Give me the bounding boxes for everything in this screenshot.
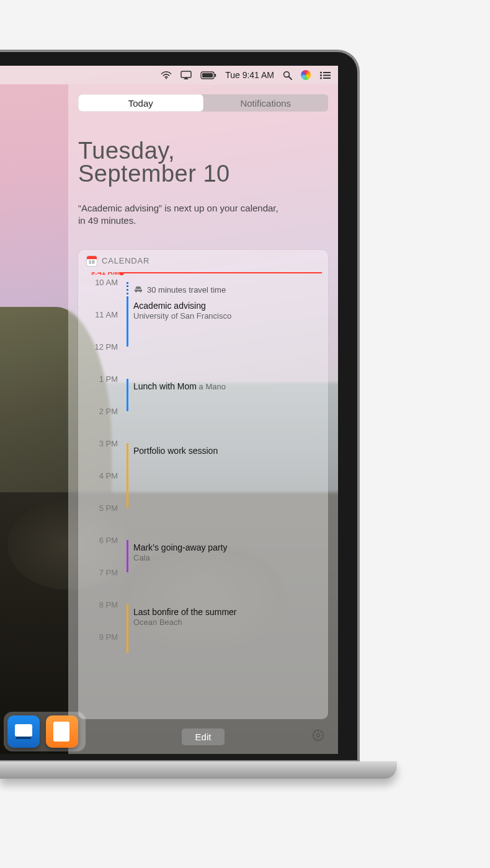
svg-line-22 xyxy=(321,732,322,733)
hour-label: 8 PM xyxy=(99,600,118,609)
calendar-event[interactable]: Mark’s going-away partyCala xyxy=(127,540,321,572)
calendar-event[interactable]: Last bonfire of the summerOcean Beach xyxy=(127,604,321,653)
hour-label: 7 PM xyxy=(99,567,118,577)
event-title: Mark’s going-away party xyxy=(133,542,227,552)
svg-rect-1 xyxy=(181,71,191,78)
hour-label: 6 PM xyxy=(99,535,118,544)
dock xyxy=(4,712,86,751)
notification-center: Today Notifications Tuesday, September 1… xyxy=(68,84,338,754)
today-monthday: September 10 xyxy=(78,161,328,187)
calendar-event[interactable]: Portfolio work session xyxy=(127,443,321,508)
menu-bar: Tue 9:41 AM xyxy=(0,66,338,84)
notification-center-icon[interactable] xyxy=(319,71,331,79)
hour-label: 5 PM xyxy=(99,503,118,512)
svg-rect-8 xyxy=(323,72,331,73)
travel-time[interactable]: 30 minutes travel time xyxy=(127,282,321,298)
svg-point-0 xyxy=(166,78,167,79)
event-subtitle: Ocean Beach xyxy=(133,618,182,627)
svg-line-20 xyxy=(321,738,322,739)
event-title: Lunch with Mom xyxy=(133,381,197,391)
svg-line-6 xyxy=(289,76,292,79)
airplay-icon[interactable] xyxy=(180,71,192,79)
hour-label: 9 PM xyxy=(99,632,118,641)
svg-point-9 xyxy=(320,74,322,76)
svg-rect-4 xyxy=(215,74,216,77)
hour-label: 10 AM xyxy=(95,277,118,286)
calendar-app-icon: 10 xyxy=(87,256,97,266)
screen: Tue 9:41 AM Today Notifications Tuesday,… xyxy=(0,66,338,754)
svg-point-7 xyxy=(320,71,322,73)
menubar-clock[interactable]: Tue 9:41 AM xyxy=(225,70,274,80)
gear-icon[interactable] xyxy=(312,729,324,744)
notification-center-footer: Edit xyxy=(78,719,328,754)
hour-label: 2 PM xyxy=(99,406,118,415)
hour-label: 3 PM xyxy=(99,438,118,448)
spotlight-icon[interactable] xyxy=(283,71,292,80)
siri-suggestion-text: “Academic advising” is next up on your c… xyxy=(78,202,283,228)
siri-icon[interactable] xyxy=(301,70,311,80)
calendar-event[interactable]: Lunch with Moma Mano xyxy=(127,379,321,411)
tab-notifications[interactable]: Notifications xyxy=(203,94,329,112)
event-title: Academic advising xyxy=(133,301,206,311)
svg-rect-12 xyxy=(323,78,331,79)
dock-app-pages[interactable] xyxy=(46,715,78,748)
event-subtitle: University of San Francisco xyxy=(133,311,231,321)
calendar-widget-header: 10 CALENDAR xyxy=(78,256,328,272)
event-title: Portfolio work session xyxy=(133,446,218,456)
calendar-event[interactable]: Academic advisingUniversity of San Franc… xyxy=(127,298,321,347)
svg-line-19 xyxy=(314,732,316,733)
event-subtitle: Cala xyxy=(133,553,150,562)
hour-label: 1 PM xyxy=(99,374,118,383)
calendar-widget-title: CALENDAR xyxy=(102,256,149,265)
svg-point-11 xyxy=(320,77,322,79)
hour-label: 11 AM xyxy=(95,309,118,319)
svg-point-14 xyxy=(316,733,319,737)
svg-line-21 xyxy=(314,738,316,739)
laptop-base xyxy=(0,761,397,779)
travel-time-text: 30 minutes travel time xyxy=(147,285,226,294)
tab-today[interactable]: Today xyxy=(78,94,203,112)
svg-rect-10 xyxy=(323,74,331,76)
laptop-mockup: Tue 9:41 AM Today Notifications Tuesday,… xyxy=(0,50,360,787)
event-title: Last bonfire of the summer xyxy=(133,607,237,617)
laptop-bezel: Tue 9:41 AM Today Notifications Tuesday,… xyxy=(0,50,360,763)
calendar-widget: 10 CALENDAR 10 AM11 AM12 PM1 PM2 PM3 PM4… xyxy=(78,250,328,720)
battery-icon[interactable] xyxy=(200,71,216,79)
svg-rect-3 xyxy=(202,73,213,78)
wifi-icon[interactable] xyxy=(161,71,172,79)
hour-label: 12 PM xyxy=(94,342,118,351)
calendar-timeline[interactable]: 10 AM11 AM12 PM1 PM2 PM3 PM4 PM5 PM6 PM7… xyxy=(78,272,328,720)
edit-widgets-button[interactable]: Edit xyxy=(182,728,225,745)
hour-label: 4 PM xyxy=(99,471,118,480)
current-time-label: 9:41 AM xyxy=(91,272,119,277)
today-notifications-segmented-control: Today Notifications xyxy=(78,94,328,112)
current-time-indicator xyxy=(123,272,322,273)
event-subtitle: a Mano xyxy=(197,382,226,391)
dock-app-keynote[interactable] xyxy=(7,715,40,748)
car-icon xyxy=(133,285,143,294)
today-date: Tuesday, September 10 xyxy=(78,138,328,187)
